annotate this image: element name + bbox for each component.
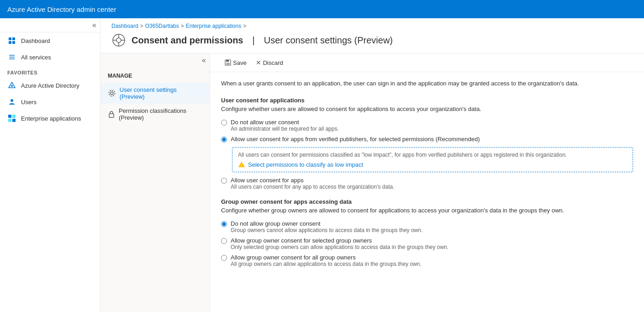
radio-no-consent-label[interactable]: Do not allow user consent An administrat… [231, 119, 339, 132]
radio-all-apps-main: Allow user consent for apps [231, 177, 395, 184]
svg-rect-20 [226, 60, 229, 62]
sidebar-item-all-services-label: All services [21, 54, 51, 61]
radio-all-apps: Allow user consent for apps All users ca… [221, 176, 633, 191]
svg-point-9 [11, 99, 13, 102]
sidebar-collapse-area: « [0, 18, 100, 32]
user-consent-desc: Configure whether users are allowed to c… [221, 106, 633, 112]
sub-sidebar-collapse-area: « [100, 53, 210, 67]
radio-selected-group-owners-main: Allow group owner consent for selected g… [231, 237, 449, 244]
sub-sidebar-manage-label: Manage [100, 67, 210, 83]
sidebar-item-azure-ad-label: Azure Active Directory [21, 82, 79, 89]
top-bar: Azure Active Directory admin center [0, 0, 644, 18]
top-bar-title: Azure Active Directory admin center [7, 5, 116, 13]
discard-icon: ✕ [256, 59, 261, 66]
radio-verified-publishers-main: Allow user consent for apps from verifie… [231, 136, 480, 143]
radio-no-group-consent-input[interactable] [221, 221, 227, 227]
radio-verified-publishers: Allow user consent for apps from verifie… [221, 135, 633, 143]
users-icon [7, 97, 16, 106]
breadcrumb-sep-2: > [181, 23, 184, 29]
aad-icon [7, 81, 16, 90]
warning-icon: ! [238, 161, 245, 168]
content-area: When a user grants consent to an applica… [210, 72, 644, 283]
lock-icon [108, 110, 115, 118]
breadcrumb-sep-1: > [140, 23, 143, 29]
sidebar-item-dashboard[interactable]: Dashboard [0, 32, 100, 49]
save-label: Save [233, 59, 247, 66]
radio-no-consent-sub: An administrator will be required for al… [231, 126, 339, 132]
user-consent-title: User consent for applications [221, 97, 633, 104]
radio-all-apps-label[interactable]: Allow user consent for apps All users ca… [231, 177, 395, 190]
svg-rect-1 [12, 37, 15, 40]
sidebar-item-enterprise-apps-label: Enterprise applications [21, 115, 81, 122]
sub-sidebar-item-user-consent[interactable]: User consent settings (Preview) [100, 83, 210, 104]
radio-verified-publishers-input[interactable] [221, 137, 227, 143]
svg-point-16 [111, 92, 113, 95]
low-impact-link[interactable]: Select permissions to classify as low im… [248, 161, 363, 168]
sidebar-item-enterprise-apps[interactable]: Enterprise applications [0, 110, 100, 127]
sidebar-item-azure-ad[interactable]: Azure Active Directory [0, 77, 100, 94]
toolbar: Save ✕ Discard [210, 53, 644, 72]
services-icon [7, 53, 16, 62]
user-consent-radio-group: Do not allow user consent An administrat… [221, 118, 633, 191]
radio-all-group-owners-sub: All group owners can allow applications … [231, 261, 422, 267]
radio-verified-publishers-label[interactable]: Allow user consent for apps from verifie… [231, 136, 480, 143]
radio-no-consent-main: Do not allow user consent [231, 119, 339, 126]
sidebar-collapse-btn[interactable]: « [92, 21, 96, 29]
svg-point-11 [116, 38, 121, 42]
breadcrumb-o365[interactable]: O365Dartlabs [145, 23, 179, 29]
radio-no-group-consent-main: Do not allow group owner consent [231, 220, 422, 227]
breadcrumb-sep-3: > [243, 23, 246, 29]
radio-all-group-owners-main: Allow group owner consent for all group … [231, 254, 422, 261]
group-consent-title: Group owner consent for apps accessing d… [221, 198, 633, 205]
selected-option-box: All users can consent for permissions cl… [232, 147, 633, 172]
low-impact-link-area: ! Select permissions to classify as low … [238, 161, 627, 168]
radio-no-consent: Do not allow user consent An administrat… [221, 118, 633, 133]
radio-no-group-consent-label[interactable]: Do not allow group owner consent Group o… [231, 220, 422, 233]
sub-sidebar-collapse-btn[interactable]: « [202, 56, 206, 64]
gear-icon [108, 89, 116, 97]
svg-text:!: ! [241, 164, 242, 168]
breadcrumb: Dashboard > O365Dartlabs > Enterprise ap… [100, 18, 644, 31]
save-button[interactable]: Save [221, 58, 250, 68]
detail-panel: Save ✕ Discard When a user grants consen… [210, 53, 644, 312]
inner-layout: « Manage User consent settings (Preview) [100, 53, 644, 312]
sub-sidebar: « Manage User consent settings (Preview) [100, 53, 210, 312]
dashboard-icon [7, 36, 16, 45]
radio-all-group-owners-input[interactable] [221, 255, 227, 261]
discard-label: Discard [263, 59, 283, 66]
group-consent-desc: Configure whether group owners are allow… [221, 207, 633, 214]
page-header-icon [111, 33, 126, 48]
svg-rect-0 [9, 37, 11, 40]
svg-rect-18 [109, 114, 114, 117]
sidebar-item-users-label: Users [21, 99, 37, 106]
group-consent-radio-group: Do not allow group owner consent Group o… [221, 219, 633, 268]
radio-all-apps-input[interactable] [221, 178, 227, 184]
breadcrumb-dashboard[interactable]: Dashboard [111, 23, 138, 29]
sidebar-item-users[interactable]: Users [0, 94, 100, 110]
sub-sidebar-permission-label: Permission classifications (Preview) [119, 107, 202, 121]
radio-selected-group-owners: Allow group owner consent for selected g… [221, 236, 633, 251]
page-subtitle: User consent settings (Preview) [264, 35, 393, 46]
svg-point-8 [11, 85, 13, 87]
radio-no-group-consent-sub: Group owners cannot allow applications t… [231, 227, 422, 233]
page-title: Consent and permissions [132, 35, 243, 46]
svg-point-17 [109, 90, 115, 96]
page-header: Consent and permissions | User consent s… [100, 31, 644, 53]
radio-no-consent-input[interactable] [221, 120, 227, 126]
radio-selected-group-owners-input[interactable] [221, 238, 227, 244]
breadcrumb-enterprise-apps[interactable]: Enterprise applications [186, 23, 241, 29]
radio-selected-group-owners-label[interactable]: Allow group owner consent for selected g… [231, 237, 449, 250]
sub-sidebar-item-permission-classifications[interactable]: Permission classifications (Preview) [100, 104, 210, 125]
left-sidebar: « Dashboard All services [0, 18, 100, 312]
enterprise-apps-icon [7, 114, 16, 123]
radio-all-group-owners-label[interactable]: Allow group owner consent for all group … [231, 254, 422, 267]
layout: « Dashboard All services [0, 18, 644, 312]
favorites-label: FAVORITES [0, 65, 100, 77]
verified-publishers-sublabel: All users can consent for permissions cl… [238, 152, 567, 158]
radio-all-apps-sub: All users can consent for any app to acc… [231, 184, 395, 190]
main-content: Dashboard > O365Dartlabs > Enterprise ap… [100, 18, 644, 312]
sidebar-item-all-services[interactable]: All services [0, 49, 100, 65]
sub-sidebar-user-consent-label: User consent settings (Preview) [120, 86, 202, 100]
discard-button[interactable]: ✕ Discard [252, 57, 287, 68]
radio-all-group-owners: Allow group owner consent for all group … [221, 253, 633, 268]
